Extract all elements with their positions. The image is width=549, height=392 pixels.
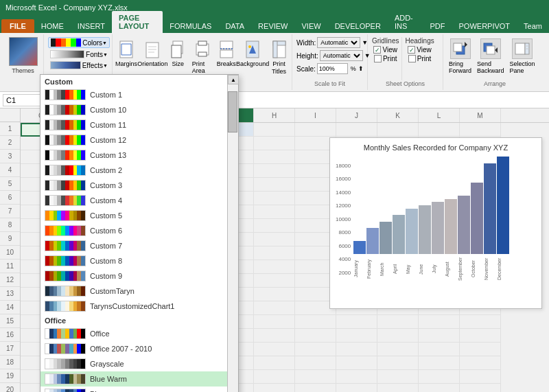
cell-r4-c5[interactable] xyxy=(254,164,295,178)
cell-r7-c5[interactable] xyxy=(254,205,295,219)
colors-button[interactable]: Colors ▼ xyxy=(48,37,110,48)
cell-r15-c8[interactable] xyxy=(377,315,419,329)
cell-reference-input[interactable] xyxy=(3,94,44,106)
cell-r19-c10[interactable] xyxy=(460,370,501,384)
cell-i1[interactable] xyxy=(295,123,336,137)
breaks-button[interactable]: Breaks xyxy=(216,37,236,69)
scroll-up-button[interactable]: ▲ xyxy=(228,75,239,84)
cell-r16-c9[interactable] xyxy=(419,329,460,343)
scale-spinner[interactable]: ⬆ xyxy=(358,65,364,72)
print-area-button[interactable]: Print Area xyxy=(189,37,215,76)
dropdown-item-blue[interactable]: Blue xyxy=(40,387,227,392)
cell-r15-c9[interactable] xyxy=(419,315,460,329)
cell-r15-c7[interactable] xyxy=(336,315,377,329)
tab-addins[interactable]: ADD-INS xyxy=(388,11,423,33)
cell-r17-c9[interactable] xyxy=(419,343,460,356)
background-button[interactable]: Background xyxy=(237,37,268,69)
col-header-l[interactable]: L xyxy=(419,108,460,122)
dropdown-item-custom-4[interactable]: Custom 4 xyxy=(40,193,227,208)
col-header-h[interactable]: H xyxy=(254,108,295,122)
tab-view[interactable]: VIEW xyxy=(295,19,328,33)
dropdown-item-office-2007---2010[interactable]: Office 2007 - 2010 xyxy=(40,341,227,356)
tab-home[interactable]: HOME xyxy=(34,19,71,33)
cell-r20-c6[interactable] xyxy=(295,384,336,392)
cell-r18-c6[interactable] xyxy=(295,356,336,370)
tab-powerpivot[interactable]: POWERPIVOT xyxy=(452,19,517,33)
tab-team[interactable]: Team xyxy=(517,19,549,33)
dropdown-item-custom-3[interactable]: Custom 3 xyxy=(40,178,227,193)
cell-l1[interactable] xyxy=(419,123,460,137)
dropdown-item-tarynscustomizedchart1[interactable]: TarynsCustomizedChart1 xyxy=(40,299,227,314)
selection-pane-button[interactable]: SelectionPane xyxy=(509,37,537,76)
cell-m1[interactable] xyxy=(460,123,501,137)
cell-r8-c5[interactable] xyxy=(254,219,295,233)
themes-button[interactable]: Themes xyxy=(9,37,38,87)
bring-forward-button[interactable]: BringForward xyxy=(447,37,473,76)
dropdown-item-custom-13[interactable]: Custom 13 xyxy=(40,148,227,163)
cell-r18-c8[interactable] xyxy=(377,356,419,370)
size-button[interactable]: Size xyxy=(168,37,188,69)
tab-insert[interactable]: INSERT xyxy=(71,19,112,33)
dropdown-item-custom-8[interactable]: Custom 8 xyxy=(40,253,227,268)
cell-r17-c6[interactable] xyxy=(295,343,336,356)
dropdown-item-custom-6[interactable]: Custom 6 xyxy=(40,223,227,238)
cell-r17-c8[interactable] xyxy=(377,343,419,356)
dropdown-item-blue-warm[interactable]: Blue Warm xyxy=(40,371,227,387)
cell-r5-c5[interactable] xyxy=(254,178,295,192)
cell-k1[interactable] xyxy=(377,123,419,137)
gridlines-view-check[interactable]: ✓ xyxy=(373,46,381,54)
print-titles-button[interactable]: PrintTitles xyxy=(269,37,289,77)
tab-page-layout[interactable]: PAGE LAYOUT xyxy=(112,11,163,33)
dropdown-item-custom-5[interactable]: Custom 5 xyxy=(40,208,227,223)
col-header-i[interactable]: I xyxy=(295,108,336,122)
cell-r17-c5[interactable] xyxy=(254,343,295,356)
cell-r15-c5[interactable] xyxy=(254,315,295,329)
gridlines-print-check[interactable] xyxy=(374,55,382,62)
margins-button[interactable]: Margins xyxy=(115,37,137,69)
height-select[interactable]: Automatic xyxy=(320,50,363,61)
fonts-button[interactable]: Fonts ▼ xyxy=(48,49,110,59)
cell-r16-c7[interactable] xyxy=(336,329,377,343)
cell-r2-c5[interactable] xyxy=(254,137,295,150)
cell-r19-c5[interactable] xyxy=(254,370,295,384)
cell-h1[interactable] xyxy=(254,123,295,137)
dropdown-item-custom-11[interactable]: Custom 11 xyxy=(40,117,227,132)
cell-r18-c9[interactable] xyxy=(419,356,460,370)
dropdown-item-grayscale[interactable]: Grayscale xyxy=(40,356,227,371)
headings-view-check[interactable]: ✓ xyxy=(408,46,415,54)
cell-r3-c5[interactable] xyxy=(254,150,295,164)
cell-r18-c7[interactable] xyxy=(336,356,377,370)
col-header-k[interactable]: K xyxy=(377,108,419,122)
cell-r20-c7[interactable] xyxy=(336,384,377,392)
dropdown-item-office[interactable]: Office xyxy=(40,326,227,341)
tab-review[interactable]: REVIEW xyxy=(251,19,294,33)
effects-button[interactable]: Effects ▼ xyxy=(48,60,110,70)
cell-r16-c10[interactable] xyxy=(460,329,501,343)
send-backward-button[interactable]: SendBackward xyxy=(476,37,506,76)
cell-r19-c6[interactable] xyxy=(295,370,336,384)
scroll-thumb[interactable] xyxy=(228,91,237,132)
col-header-m[interactable]: M xyxy=(460,108,501,122)
dropdown-item-custom-1[interactable]: Custom 1 xyxy=(40,87,227,102)
cell-r17-c10[interactable] xyxy=(460,343,501,356)
cell-r19-c8[interactable] xyxy=(377,370,419,384)
cell-r10-c5[interactable] xyxy=(254,246,295,260)
cell-r15-c6[interactable] xyxy=(295,315,336,329)
cell-r16-c8[interactable] xyxy=(377,329,419,343)
cell-r18-c10[interactable] xyxy=(460,356,501,370)
tab-formulas[interactable]: FORMULAS xyxy=(163,19,218,33)
scale-input[interactable] xyxy=(317,63,348,74)
dropdown-item-custom-10[interactable]: Custom 10 xyxy=(40,102,227,117)
dropdown-item-custom-12[interactable]: Custom 12 xyxy=(40,132,227,148)
cell-r18-c5[interactable] xyxy=(254,356,295,370)
cell-r17-c7[interactable] xyxy=(336,343,377,356)
tab-file[interactable]: FILE xyxy=(1,19,34,33)
cell-r12-c5[interactable] xyxy=(254,274,295,288)
cell-r20-c5[interactable] xyxy=(254,384,295,392)
dropdown-item-customtaryn[interactable]: CustomTaryn xyxy=(40,284,227,299)
width-select[interactable]: Automatic xyxy=(317,37,360,48)
cell-r16-c5[interactable] xyxy=(254,329,295,343)
cell-r13-c5[interactable] xyxy=(254,288,295,301)
cell-r20-c8[interactable] xyxy=(377,384,419,392)
dropdown-item-custom-2[interactable]: Custom 2 xyxy=(40,163,227,178)
